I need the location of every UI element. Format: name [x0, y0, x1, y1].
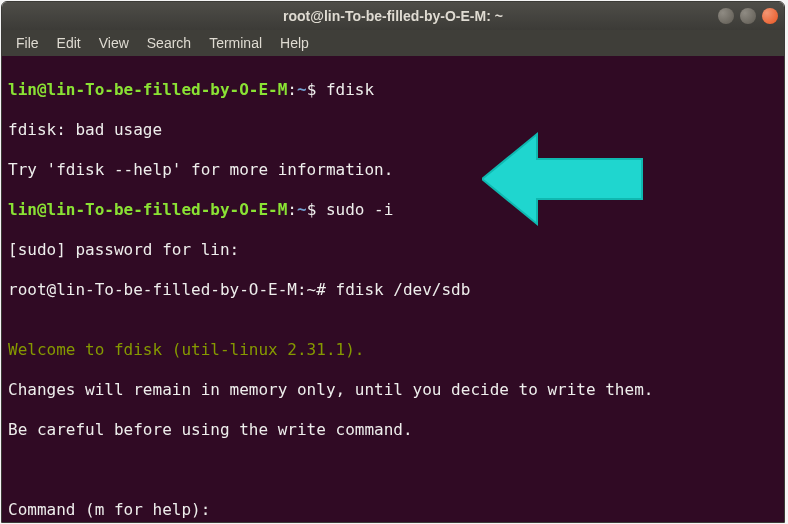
terminal-line: Changes will remain in memory only, unti… [8, 380, 778, 400]
terminal-line: Try 'fdisk --help' for more information. [8, 160, 778, 180]
window-title: root@lin-To-be-filled-by-O-E-M: ~ [283, 8, 503, 24]
root-prompt: root@lin-To-be-filled-by-O-E-M:~# [8, 280, 336, 299]
command-text: sudo -i [326, 200, 393, 219]
menu-edit[interactable]: Edit [49, 32, 89, 54]
command-text: fdisk /dev/sdb [336, 280, 471, 299]
terminal-line: lin@lin-To-be-filled-by-O-E-M:~$ sudo -i [8, 200, 778, 220]
fdisk-welcome: Welcome to fdisk (util-linux 2.31.1). [8, 340, 778, 360]
prompt-dollar: $ [307, 80, 326, 99]
menu-file[interactable]: File [8, 32, 47, 54]
window-controls [718, 8, 778, 24]
menu-view[interactable]: View [91, 32, 137, 54]
terminal-line: Be careful before using the write comman… [8, 420, 778, 440]
menu-search[interactable]: Search [139, 32, 199, 54]
menubar: File Edit View Search Terminal Help [2, 30, 784, 56]
prompt-user: lin@lin-To-be-filled-by-O-E-M [8, 200, 287, 219]
titlebar: root@lin-To-be-filled-by-O-E-M: ~ [2, 2, 784, 30]
maximize-icon[interactable] [740, 8, 756, 24]
terminal-body[interactable]: lin@lin-To-be-filled-by-O-E-M:~$ fdisk f… [2, 56, 784, 522]
terminal-window: root@lin-To-be-filled-by-O-E-M: ~ File E… [1, 1, 785, 523]
prompt-dollar: $ [307, 200, 326, 219]
terminal-line: [sudo] password for lin: [8, 240, 778, 260]
menu-help[interactable]: Help [272, 32, 317, 54]
terminal-line: fdisk: bad usage [8, 120, 778, 140]
terminal-line: lin@lin-To-be-filled-by-O-E-M:~$ fdisk [8, 80, 778, 100]
prompt-colon: : [287, 80, 297, 99]
close-icon[interactable] [762, 8, 778, 24]
terminal-line: root@lin-To-be-filled-by-O-E-M:~# fdisk … [8, 280, 778, 300]
command-text: fdisk [326, 80, 374, 99]
minimize-icon[interactable] [718, 8, 734, 24]
prompt-colon: : [287, 200, 297, 219]
menu-terminal[interactable]: Terminal [201, 32, 270, 54]
prompt-path: ~ [297, 200, 307, 219]
fdisk-prompt: Command (m for help): [8, 500, 778, 520]
prompt-user: lin@lin-To-be-filled-by-O-E-M [8, 80, 287, 99]
prompt-path: ~ [297, 80, 307, 99]
